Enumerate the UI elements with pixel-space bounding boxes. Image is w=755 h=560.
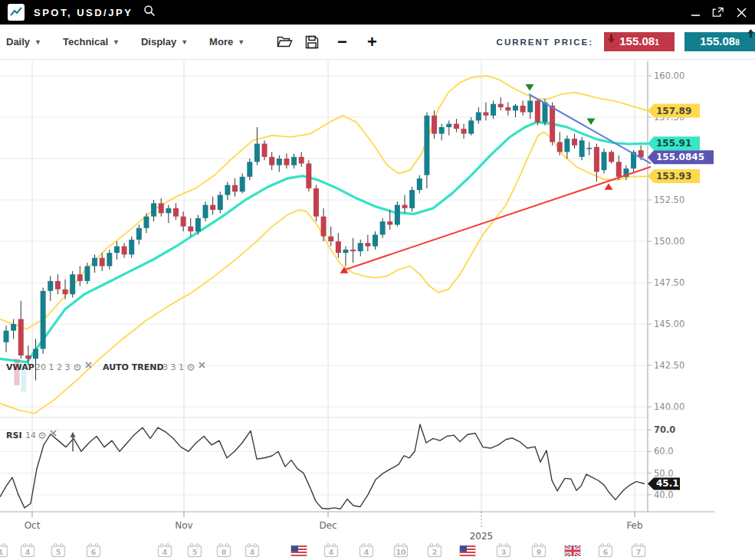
popout-icon[interactable]: [712, 7, 724, 18]
calendar-event-icon[interactable]: 4: [246, 544, 259, 557]
svg-text:4: 4: [162, 548, 168, 556]
calendar-event-icon[interactable]: 4: [159, 544, 172, 557]
display-menu-label: Display: [141, 36, 176, 47]
search-icon[interactable]: [143, 5, 156, 20]
display-menu[interactable]: Display ▼: [141, 36, 188, 47]
svg-text:157.89: 157.89: [656, 106, 691, 116]
svg-text:⚙: ⚙: [73, 362, 82, 373]
svg-text:Oct: Oct: [25, 520, 41, 531]
svg-text:8: 8: [222, 548, 227, 556]
bid-price-value: 155.08: [619, 34, 655, 47]
svg-text:142.50: 142.50: [654, 360, 684, 371]
rsi-gridlines: 70.060.050.040.0: [0, 424, 675, 500]
zoom-in-button[interactable]: +: [367, 34, 377, 51]
calendar-event-icon[interactable]: 1: [0, 544, 8, 557]
calendar-event-icon[interactable]: 4: [360, 544, 373, 557]
price-gridlines: 160.00157.50155.00152.50150.00147.50145.…: [0, 70, 684, 412]
calendar-event-icon[interactable]: 3: [497, 544, 510, 557]
candles-layer: [4, 96, 644, 381]
calendar-event-icon[interactable]: 5: [189, 544, 202, 557]
ask-price-pip: 8: [735, 38, 740, 47]
vwap-line: [0, 122, 648, 362]
chevron-down-icon: ▼: [238, 38, 245, 46]
title-bar: SPOT, USD/JPY: [0, 0, 755, 25]
svg-text:RSI: RSI: [6, 431, 22, 440]
minimize-button[interactable]: [689, 7, 701, 18]
arrow-down-icon: [608, 34, 615, 43]
svg-text:150.00: 150.00: [654, 236, 684, 247]
zoom-out-button[interactable]: −: [337, 34, 347, 51]
svg-text:45.1: 45.1: [656, 478, 679, 489]
calendar-event-icon[interactable]: 4: [325, 544, 338, 557]
month-gridlines: [32, 61, 635, 512]
calendar-event-icon[interactable]: 5: [52, 544, 65, 557]
svg-text:160.00: 160.00: [654, 70, 684, 81]
svg-text:6: 6: [91, 548, 97, 556]
svg-text:40.0: 40.0: [654, 490, 674, 500]
svg-text:145.00: 145.00: [654, 319, 684, 329]
time-axis: OctNovDec2025Feb: [25, 512, 643, 542]
svg-text:VWAP: VWAP: [6, 362, 34, 372]
calendar-event-icon[interactable]: 6: [599, 544, 612, 557]
svg-text:20 1 2 3: 20 1 2 3: [35, 362, 70, 372]
svg-text:Feb: Feb: [626, 520, 642, 531]
us-flag-icon[interactable]: [460, 545, 476, 556]
svg-text:7: 7: [636, 548, 642, 556]
bid-price-box: 155.081: [604, 32, 675, 51]
price-badge-157.89: 157.89: [648, 104, 700, 118]
window-title: SPOT, USD/JPY: [34, 7, 133, 18]
rsi-settings-icon[interactable]: ⚙: [38, 430, 47, 441]
calendar-event-icon[interactable]: 10: [395, 544, 408, 557]
svg-text:5: 5: [56, 548, 61, 556]
vwap-settings-icon[interactable]: ⚙: [73, 362, 82, 373]
calendar-event-icon[interactable]: 8: [218, 544, 231, 557]
rsi-label-row: RSI14: [6, 431, 36, 440]
more-menu[interactable]: More ▼: [209, 36, 245, 47]
svg-text:2025: 2025: [470, 531, 494, 542]
timeframe-menu-label: Daily: [6, 36, 30, 47]
app-chart-icon: [8, 4, 25, 21]
svg-text:70.0: 70.0: [654, 424, 675, 435]
arrow-up-icon: [747, 29, 754, 38]
svg-text:Nov: Nov: [175, 520, 192, 531]
rsi-value-badge: 45.1: [648, 477, 680, 490]
calendar-event-icon[interactable]: 4: [21, 544, 34, 557]
rsi-line: [0, 424, 645, 509]
svg-text:10: 10: [396, 548, 406, 556]
us-flag-icon[interactable]: [291, 545, 307, 556]
close-icon[interactable]: [735, 7, 747, 18]
auto-trend-settings-icon[interactable]: ⚙: [186, 362, 195, 373]
svg-text:4: 4: [25, 548, 31, 556]
current-price-label: CURRENT PRICE:: [497, 38, 593, 47]
svg-text:1: 1: [0, 548, 3, 556]
svg-text:155.91: 155.91: [656, 138, 691, 149]
svg-text:⚙: ⚙: [186, 362, 195, 373]
calendar-event-icon[interactable]: 7: [632, 544, 645, 557]
price-badge-155.0845: 155.0845: [648, 150, 714, 164]
save-icon[interactable]: [305, 35, 319, 49]
svg-text:155.0845: 155.0845: [656, 152, 704, 162]
chevron-down-icon: ▼: [181, 38, 188, 46]
svg-text:3 3 1: 3 3 1: [162, 362, 184, 372]
uk-flag-icon[interactable]: [565, 545, 581, 556]
rsi-remove-icon[interactable]: [51, 431, 56, 436]
calendar-event-icon[interactable]: 2: [428, 544, 442, 557]
bid-price-pip: 1: [655, 38, 659, 47]
chevron-down-icon: ▼: [113, 38, 120, 46]
chevron-down-icon: ▼: [34, 38, 41, 46]
svg-text:6: 6: [603, 548, 609, 556]
price-badge-153.93: 153.93: [648, 169, 700, 183]
calendar-event-icon[interactable]: 6: [87, 544, 100, 557]
timeframe-menu[interactable]: Daily ▼: [6, 36, 41, 47]
svg-text:4: 4: [329, 548, 334, 556]
ask-price-value: 155.08: [700, 34, 735, 47]
chart-toolbar: Daily ▼ Technical ▼ Display ▼ More ▼: [0, 25, 755, 60]
price-chart-svg[interactable]: 160.00157.50155.00152.50150.00147.50145.…: [0, 60, 755, 560]
chart-application-window: SPOT, USD/JPY: [0, 0, 755, 560]
svg-text:5: 5: [192, 548, 198, 556]
technical-menu[interactable]: Technical ▼: [63, 36, 120, 47]
chart-canvas[interactable]: 160.00157.50155.00152.50150.00147.50145.…: [0, 60, 755, 560]
open-folder-icon[interactable]: [277, 35, 293, 48]
svg-text:3: 3: [501, 548, 507, 556]
calendar-event-icon[interactable]: 9: [533, 544, 546, 557]
